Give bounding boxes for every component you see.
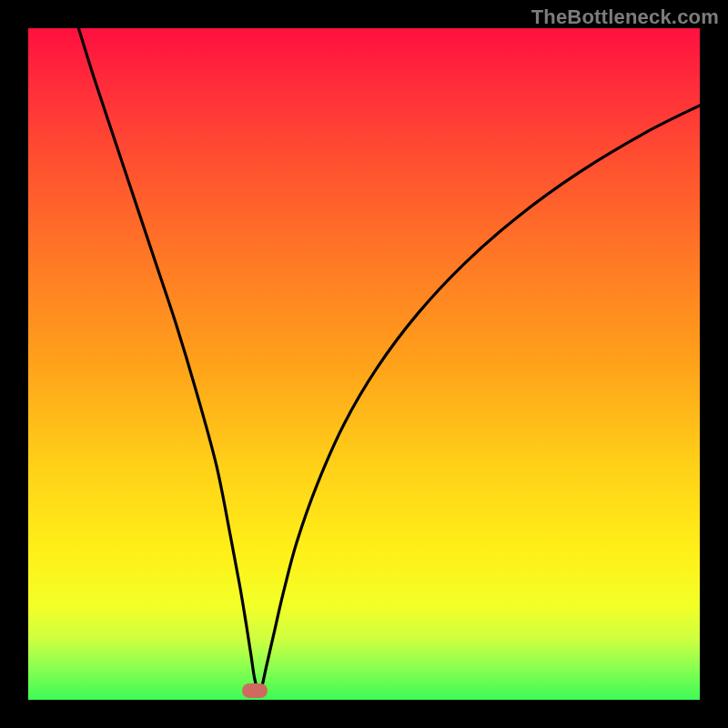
plot-area (28, 28, 700, 700)
bottleneck-curve (28, 28, 700, 700)
outer-frame: TheBottleneck.com (0, 0, 728, 728)
watermark-text: TheBottleneck.com (531, 5, 719, 29)
minimum-marker (242, 683, 268, 698)
curve-path (78, 28, 700, 693)
